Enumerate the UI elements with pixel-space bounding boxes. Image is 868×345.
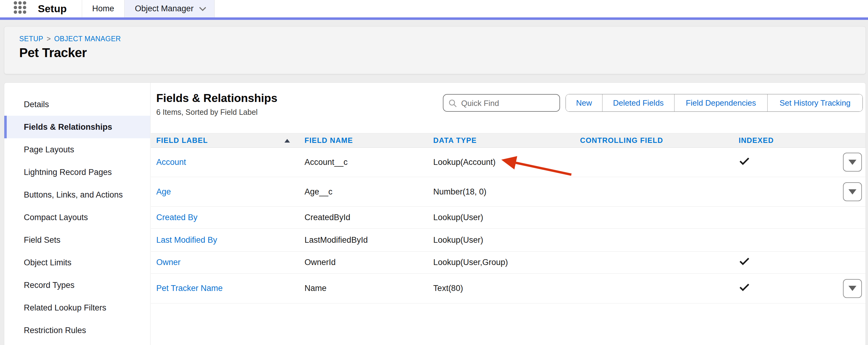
data-type-cell: Number(18, 0) bbox=[433, 187, 580, 197]
breadcrumb-separator: > bbox=[43, 35, 54, 43]
column-header-field-name[interactable]: FIELD NAME bbox=[305, 136, 433, 145]
nav-tabs: Home Object Manager bbox=[82, 0, 215, 18]
object-title: Pet Tracker bbox=[19, 45, 87, 60]
page-title: Fields & Relationships bbox=[156, 92, 277, 105]
field-link-owner[interactable]: Owner bbox=[156, 258, 181, 267]
field-link-last-modified-by[interactable]: Last Modified By bbox=[156, 236, 217, 245]
search-icon bbox=[448, 99, 458, 108]
sidebar-item-object-limits[interactable]: Object Limits bbox=[4, 251, 150, 274]
setup-app-label: Setup bbox=[38, 0, 66, 18]
sidebar-item-lightning-record-pages[interactable]: Lightning Record Pages bbox=[4, 161, 150, 184]
table-row-age: Age Age__c Number(18, 0) bbox=[151, 177, 866, 207]
fields-table-body: Account Account__c Lookup(Account) Age A… bbox=[151, 148, 866, 304]
field-dependencies-button[interactable]: Field Dependencies bbox=[674, 94, 767, 112]
app-launcher-icon[interactable] bbox=[14, 1, 26, 14]
check-icon bbox=[739, 157, 750, 167]
fields-panel: Fields & Relationships 6 Items, Sorted b… bbox=[151, 83, 866, 345]
field-name-cell: Account__c bbox=[305, 158, 433, 167]
field-name-cell: LastModifiedById bbox=[305, 236, 433, 245]
sidebar-item-related-lookup-filters[interactable]: Related Lookup Filters bbox=[4, 296, 150, 319]
brand-color-bar bbox=[0, 18, 868, 20]
sidebar-item-field-sets[interactable]: Field Sets bbox=[4, 229, 150, 251]
action-button-group: New Deleted Fields Field Dependencies Se… bbox=[565, 94, 863, 112]
table-row-last-modified-by: Last Modified By LastModifiedById Lookup… bbox=[151, 229, 866, 252]
top-nav: Setup Home Object Manager bbox=[0, 0, 868, 18]
menu-down-icon bbox=[848, 189, 857, 194]
sidebar-item-fields-relationships[interactable]: Fields & Relationships bbox=[4, 116, 150, 138]
data-type-cell: Lookup(Account) bbox=[433, 158, 580, 167]
sidebar-item-compact-layouts[interactable]: Compact Layouts bbox=[4, 206, 150, 229]
field-name-cell: CreatedById bbox=[305, 213, 433, 222]
sidebar-item-restriction-rules[interactable]: Restriction Rules bbox=[4, 319, 150, 342]
field-link-pet-tracker-name[interactable]: Pet Tracker Name bbox=[156, 284, 223, 293]
column-header-data-type[interactable]: DATA TYPE bbox=[433, 136, 580, 145]
data-type-cell: Text(80) bbox=[433, 284, 580, 293]
row-menu-button[interactable] bbox=[843, 153, 862, 171]
tab-object-manager[interactable]: Object Manager bbox=[124, 0, 215, 18]
item-count-subtitle: 6 Items, Sorted by Field Label bbox=[156, 108, 257, 117]
field-name-cell: Name bbox=[305, 284, 433, 293]
setup-object-manager-screen: Setup Home Object Manager SETUP>OBJECT M… bbox=[0, 0, 868, 345]
check-icon bbox=[739, 257, 750, 268]
object-sidebar: Details Fields & Relationships Page Layo… bbox=[4, 83, 151, 345]
content-card: Details Fields & Relationships Page Layo… bbox=[4, 83, 866, 345]
table-row-created-by: Created By CreatedById Lookup(User) bbox=[151, 207, 866, 229]
sidebar-item-details[interactable]: Details bbox=[4, 93, 150, 116]
data-type-cell: Lookup(User) bbox=[433, 213, 580, 222]
data-type-cell: Lookup(User,Group) bbox=[433, 258, 580, 267]
deleted-fields-button[interactable]: Deleted Fields bbox=[602, 94, 674, 112]
new-button[interactable]: New bbox=[566, 94, 602, 112]
field-name-cell: Age__c bbox=[305, 187, 433, 197]
breadcrumb: SETUP>OBJECT MANAGER bbox=[19, 35, 121, 43]
breadcrumb-object-manager-link[interactable]: OBJECT MANAGER bbox=[54, 35, 121, 43]
data-type-cell: Lookup(User) bbox=[433, 236, 580, 245]
breadcrumb-setup-link[interactable]: SETUP bbox=[19, 35, 43, 43]
tab-home[interactable]: Home bbox=[82, 0, 124, 18]
quick-find-input[interactable] bbox=[461, 95, 556, 112]
set-history-tracking-button[interactable]: Set History Tracking bbox=[767, 94, 863, 112]
menu-down-icon bbox=[848, 160, 857, 165]
field-link-age[interactable]: Age bbox=[156, 187, 171, 196]
table-row-account: Account Account__c Lookup(Account) bbox=[151, 148, 866, 177]
row-menu-button[interactable] bbox=[843, 182, 862, 201]
sidebar-item-page-layouts[interactable]: Page Layouts bbox=[4, 138, 150, 161]
breadcrumb-card: SETUP>OBJECT MANAGER Pet Tracker bbox=[4, 26, 866, 74]
row-menu-button[interactable] bbox=[843, 279, 862, 298]
field-name-cell: OwnerId bbox=[305, 258, 433, 267]
quick-find-box bbox=[443, 94, 560, 112]
table-row-owner: Owner OwnerId Lookup(User,Group) bbox=[151, 252, 866, 274]
sidebar-item-record-types[interactable]: Record Types bbox=[4, 274, 150, 296]
sidebar-item-buttons-links-actions[interactable]: Buttons, Links, and Actions bbox=[4, 184, 150, 206]
check-icon bbox=[739, 283, 750, 293]
chevron-down-icon bbox=[199, 0, 206, 18]
table-row-pet-tracker-name: Pet Tracker Name Name Text(80) bbox=[151, 274, 866, 304]
column-header-field-label[interactable]: FIELD LABEL bbox=[151, 136, 305, 145]
table-header-row: FIELD LABEL FIELD NAME DATA TYPE CONTROL… bbox=[151, 133, 866, 148]
field-link-account[interactable]: Account bbox=[156, 158, 186, 167]
column-header-indexed[interactable]: INDEXED bbox=[739, 136, 843, 145]
sort-ascending-icon bbox=[284, 139, 290, 143]
menu-down-icon bbox=[848, 286, 857, 291]
field-link-created-by[interactable]: Created By bbox=[156, 213, 197, 222]
column-header-controlling-field[interactable]: CONTROLLING FIELD bbox=[580, 136, 739, 145]
